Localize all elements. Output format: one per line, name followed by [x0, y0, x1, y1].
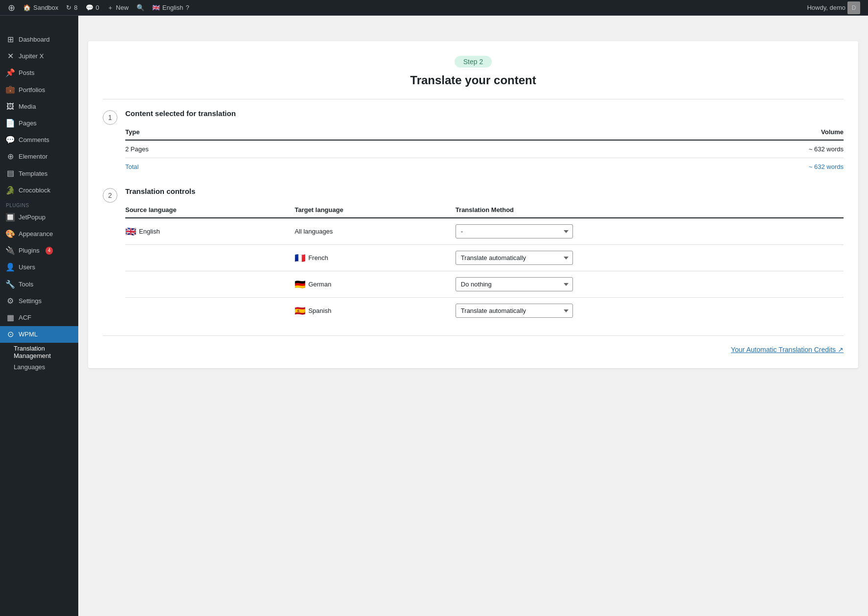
page-title: Translate your content [103, 73, 844, 87]
bottom-divider [103, 335, 844, 336]
flag-fr: 🇫🇷 [295, 253, 305, 263]
media-icon: 🖼 [6, 102, 15, 111]
search-icon: 🔍 [137, 4, 144, 11]
section-translation-controls: 2 Translation controls Source language T… [103, 187, 844, 324]
table-row: 2 Pages ~ 632 words [125, 140, 844, 158]
credits-link[interactable]: Your Automatic Translation Credits ↗ [731, 346, 844, 354]
new-button[interactable]: ＋ New [103, 0, 133, 16]
sidebar-item-acf[interactable]: ▦ ACF [0, 309, 78, 326]
method-select-spanish[interactable]: - Translate automatically Do nothing [456, 304, 573, 318]
templates-icon: ▤ [6, 169, 15, 178]
total-row: Total ~ 632 words [125, 158, 844, 176]
page-header: Step 2 Translate your content [103, 56, 844, 87]
comments-link[interactable]: 💬 0 [82, 0, 103, 16]
source-lang-cell-fr [125, 245, 295, 271]
language-switcher[interactable]: 🇬🇧 English ? [148, 0, 193, 16]
method-all-cell: - Translate automatically Do nothing [456, 218, 844, 245]
col-target: Target language [295, 202, 456, 218]
elementor-icon: ⊕ [6, 152, 15, 161]
method-spanish-cell: - Translate automatically Do nothing [456, 298, 844, 324]
portfolios-icon: 💼 [6, 86, 15, 95]
admin-bar: ⊕ 🏠 Sandbox ↻ 8 💬 0 ＋ New 🔍 🇬🇧 English ?… [0, 0, 868, 16]
section-content-selected: 1 Content selected for translation Type … [103, 109, 844, 175]
posts-icon: 📌 [6, 69, 15, 77]
settings-icon: ⚙ [6, 297, 15, 306]
col-type: Type [125, 124, 413, 140]
section-2-content: Translation controls Source language Tar… [125, 187, 844, 324]
sidebar-item-wpml[interactable]: ⊙ WPML [0, 326, 78, 343]
search-button[interactable]: 🔍 [133, 0, 148, 16]
dashboard-icon: ⊞ [6, 35, 15, 44]
sidebar-item-jetpopup[interactable]: 🔲 JetPopup [0, 209, 78, 226]
credits-row: Your Automatic Translation Credits ↗ [103, 346, 844, 354]
section-1-title: Content selected for translation [125, 109, 844, 118]
jetpopup-icon: 🔲 [6, 213, 15, 222]
sidebar-item-plugins[interactable]: 🔌 Plugins 4 [0, 242, 78, 259]
flag-icon: 🇬🇧 [152, 4, 160, 11]
sidebar-item-templates[interactable]: ▤ Templates [0, 166, 78, 182]
appearance-icon: 🎨 [6, 230, 15, 238]
wordpress-icon: ⊕ [8, 2, 15, 13]
section-2-title: Translation controls [125, 187, 844, 195]
main-content: Step 2 Translate your content 1 Content … [78, 16, 868, 616]
lang-row-all: 🇬🇧 English All languages - Translate aut… [125, 218, 844, 245]
sidebar-item-crocoblock[interactable]: 🐊 Crocoblock [0, 182, 78, 199]
wp-logo[interactable]: ⊕ [4, 0, 19, 16]
jupiterx-icon: ✕ [6, 52, 15, 61]
sidebar-item-users[interactable]: 👤 Users [0, 259, 78, 276]
content-table: Type Volume 2 Pages ~ 632 words Total [125, 124, 844, 175]
source-lang-cell-es [125, 298, 295, 324]
method-select-all[interactable]: - Translate automatically Do nothing [456, 224, 573, 238]
wpml-icon: ⊙ [6, 330, 15, 339]
acf-icon: ▦ [6, 313, 15, 322]
sidebar-item-dashboard[interactable]: ⊞ Dashboard [0, 31, 78, 48]
sidebar-item-pages[interactable]: 📄 Pages [0, 115, 78, 132]
sidebar-item-jupiterx[interactable]: ✕ Jupiter X [0, 48, 78, 65]
source-lang-cell-de [125, 271, 295, 298]
section-divider [103, 99, 844, 99]
sidebar-item-portfolios[interactable]: 💼 Portfolios [0, 82, 78, 98]
users-icon: 👤 [6, 263, 15, 272]
sidebar-item-tools[interactable]: 🔧 Tools [0, 276, 78, 293]
target-german-cell: 🇩🇪 German [295, 271, 456, 298]
pages-icon: 📄 [6, 119, 15, 128]
sidebar-item-elementor[interactable]: ⊕ Elementor [0, 148, 78, 165]
row-volume: ~ 632 words [413, 140, 844, 158]
flag-uk: 🇬🇧 [125, 226, 136, 237]
source-lang-cell: 🇬🇧 English [125, 218, 295, 245]
sidebar: ⊞ Dashboard ✕ Jupiter X 📌 Posts 💼 Portfo… [0, 16, 78, 616]
comments-icon: 💬 [86, 4, 93, 11]
method-french-cell: - Translate automatically Do nothing [456, 245, 844, 271]
site-name[interactable]: 🏠 Sandbox [19, 0, 62, 16]
flag-de: 🇩🇪 [295, 279, 305, 290]
plus-icon: ＋ [107, 3, 114, 12]
crocoblock-icon: 🐊 [6, 186, 15, 195]
lang-row-french: 🇫🇷 French - Translate automatically Do n… [125, 245, 844, 271]
row-type: 2 Pages [125, 140, 413, 158]
sidebar-sub-languages[interactable]: Languages [0, 361, 78, 373]
updates[interactable]: ↻ 8 [62, 0, 81, 16]
sidebar-item-comments[interactable]: 💬 Comments [0, 132, 78, 148]
sidebar-item-media[interactable]: 🖼 Media [0, 98, 78, 115]
updates-icon: ↻ [66, 4, 71, 11]
content-area: Step 2 Translate your content 1 Content … [88, 41, 858, 368]
col-method: Translation Method [456, 202, 844, 218]
col-source: Source language [125, 202, 295, 218]
sidebar-item-settings[interactable]: ⚙ Settings [0, 293, 78, 309]
sidebar-item-appearance[interactable]: 🎨 Appearance [0, 226, 78, 242]
section-2-number: 2 [103, 188, 117, 203]
target-spanish-cell: 🇪🇸 Spanish [295, 298, 456, 324]
sidebar-item-posts[interactable]: 📌 Posts [0, 65, 78, 81]
total-value: ~ 632 words [413, 158, 844, 176]
method-select-german[interactable]: - Translate automatically Do nothing [456, 277, 573, 291]
step-badge: Step 2 [455, 56, 492, 68]
lang-row-spanish: 🇪🇸 Spanish - Translate automatically Do … [125, 298, 844, 324]
method-select-french[interactable]: - Translate automatically Do nothing [456, 251, 573, 265]
sidebar-sub-translation-management[interactable]: Translation Management [0, 343, 78, 361]
home-icon: 🏠 [23, 4, 31, 11]
tools-icon: 🔧 [6, 280, 15, 289]
avatar[interactable]: D [847, 1, 860, 14]
flag-es: 🇪🇸 [295, 306, 305, 316]
lang-row-german: 🇩🇪 German - Translate automatically Do n… [125, 271, 844, 298]
plugins-section-label: PLUGINS [0, 199, 78, 209]
